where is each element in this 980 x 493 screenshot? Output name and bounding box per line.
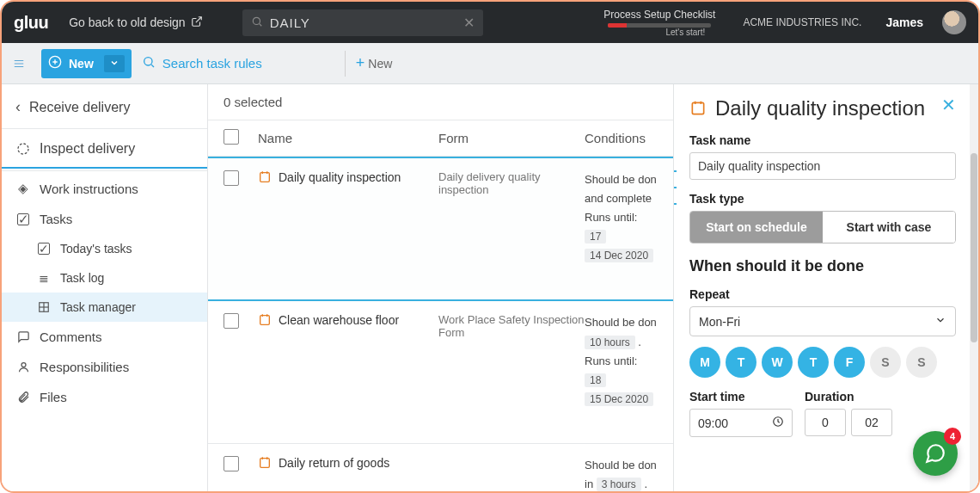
toolbar-separator	[345, 51, 346, 77]
checklist-title: Process Setup Checklist	[603, 9, 715, 21]
sidebar-label: Tasks	[40, 212, 72, 226]
sidebar-item-comments[interactable]: Comments	[2, 322, 207, 352]
chevron-down-icon	[934, 314, 946, 329]
sidebar-label: Comments	[40, 330, 102, 344]
row-conditions: Should be don 10 hours . Runs until: 18 …	[585, 313, 658, 408]
rule-search-input[interactable]	[162, 56, 334, 71]
search-icon	[251, 15, 263, 30]
plus-icon: +	[356, 54, 365, 72]
chat-button[interactable]: 4	[913, 431, 958, 476]
task-name-input[interactable]	[689, 152, 956, 180]
svg-point-11	[18, 144, 28, 154]
diamond-icon: ◈	[15, 181, 31, 196]
svg-rect-22	[260, 459, 270, 468]
global-search-input[interactable]	[270, 15, 463, 30]
task-icon	[258, 170, 272, 188]
row-checkbox[interactable]	[224, 313, 239, 329]
svg-rect-25	[692, 102, 703, 114]
day-sat[interactable]: S	[870, 347, 901, 378]
svg-rect-19	[260, 316, 270, 325]
repeat-value: Mon-Fri	[699, 315, 740, 329]
when-heading: When should it be done	[689, 257, 956, 275]
new-link[interactable]: + New	[356, 54, 393, 72]
close-icon[interactable]: ✕	[941, 96, 956, 114]
old-design-link[interactable]: Go back to old design	[64, 12, 207, 34]
chevron-left-icon: ‹	[15, 98, 21, 116]
svg-rect-16	[260, 173, 270, 182]
selection-count: 0 selected	[208, 84, 673, 120]
checklist-sub: Let's start!	[629, 28, 741, 37]
start-time-input[interactable]: 09:00	[689, 409, 793, 437]
sidebar-label: Task manager	[60, 300, 136, 314]
day-mon[interactable]: M	[689, 347, 720, 378]
new-button[interactable]: New	[41, 49, 132, 78]
old-design-text: Go back to old design	[69, 15, 185, 29]
sidebar-label: Responsibilities	[40, 360, 129, 374]
sidebar-item-work-instructions[interactable]: ◈ Work instructions	[2, 173, 207, 204]
checkbox-icon: ✓	[36, 243, 52, 255]
sidebar-item-task-manager[interactable]: Task manager	[2, 293, 207, 322]
sidebar-item-todays-tasks[interactable]: ✓ Today's tasks	[2, 234, 207, 263]
task-type-label: Task type	[689, 192, 956, 206]
search-icon	[142, 55, 156, 71]
menu-button[interactable]	[2, 43, 36, 83]
sidebar-label: Today's tasks	[60, 242, 132, 256]
chevron-down-icon[interactable]	[104, 55, 125, 72]
checkbox-icon: ✓	[15, 213, 31, 225]
table-header: Name Form Conditions	[208, 120, 673, 157]
sidebar-item-receive-delivery[interactable]: ‹ Receive delivery	[2, 88, 207, 126]
clear-search-icon[interactable]: ✕	[463, 15, 475, 31]
duration-days[interactable]: 0	[805, 409, 846, 436]
org-name[interactable]: ACME INDUSTRIES INC.	[743, 16, 861, 28]
row-form: Daily delivery quality inspection	[438, 170, 585, 265]
new-link-label: New	[368, 57, 392, 71]
segment-start-schedule[interactable]: Start on schedule	[690, 212, 823, 243]
day-sun[interactable]: S	[906, 347, 937, 378]
avatar[interactable]	[942, 10, 966, 34]
sidebar-label: Inspect delivery	[40, 141, 135, 157]
list-icon: ≣	[36, 271, 52, 285]
sidebar-label: Receive delivery	[29, 100, 130, 115]
logo: gluu	[14, 13, 48, 33]
setup-checklist[interactable]: Process Setup Checklist Let's start!	[603, 9, 715, 37]
sidebar-item-responsibilities[interactable]: Responsibilities	[2, 352, 207, 382]
list-pane: 0 selected Name Form Conditions Daily qu…	[208, 84, 673, 493]
col-name[interactable]: Name	[258, 131, 438, 145]
user-name[interactable]: James	[885, 15, 923, 29]
table-row[interactable]: Clean warehouse floor Work Place Safety …	[208, 301, 673, 443]
panel-title: Daily quality inspection	[715, 96, 933, 121]
sidebar-label: Task log	[60, 271, 104, 285]
day-thu[interactable]: T	[798, 347, 829, 378]
row-name: Clean warehouse floor	[279, 313, 399, 327]
scrollbar[interactable]	[970, 84, 978, 493]
day-tue[interactable]: T	[726, 347, 756, 378]
sidebar-item-task-log[interactable]: ≣ Task log	[2, 263, 207, 293]
table-row[interactable]: Daily quality inspection Daily delivery …	[208, 157, 673, 301]
svg-line-0	[195, 16, 200, 22]
sidebar-item-inspect-delivery[interactable]: Inspect delivery	[2, 131, 207, 169]
paperclip-icon	[15, 391, 31, 404]
duration-hours[interactable]: 02	[851, 409, 892, 436]
row-checkbox[interactable]	[224, 170, 239, 186]
segment-start-case[interactable]: Start with case	[823, 212, 955, 243]
col-form[interactable]: Form	[438, 131, 585, 145]
repeat-select[interactable]: Mon-Fri	[689, 306, 956, 336]
resize-handle[interactable]	[673, 170, 677, 205]
col-conditions[interactable]: Conditions	[585, 131, 658, 145]
day-wed[interactable]: W	[762, 347, 793, 378]
sidebar-item-tasks[interactable]: ✓ Tasks	[2, 204, 207, 234]
day-fri[interactable]: F	[834, 347, 865, 378]
sidebar-item-files[interactable]: Files	[2, 382, 207, 412]
day-picker: M T W T F S S	[689, 347, 956, 378]
select-all-checkbox[interactable]	[224, 129, 239, 145]
task-type-segment: Start on schedule Start with case	[689, 211, 956, 243]
row-name: Daily quality inspection	[279, 170, 401, 184]
global-search[interactable]: ✕	[242, 9, 483, 36]
svg-point-15	[21, 363, 26, 367]
chat-badge: 4	[944, 428, 961, 445]
task-icon	[689, 100, 707, 121]
table-row[interactable]: Daily return of goods Should be don in 3…	[208, 444, 673, 493]
rule-search[interactable]	[142, 55, 334, 71]
sidebar-label: Files	[40, 390, 67, 404]
row-checkbox[interactable]	[224, 456, 239, 471]
